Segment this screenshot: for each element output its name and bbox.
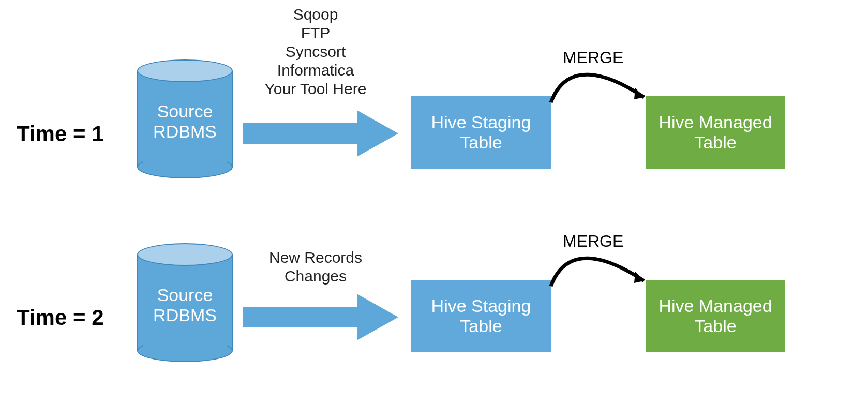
- hive-managed-1-line1: Hive Managed: [659, 112, 772, 132]
- merge-label-2: MERGE: [563, 232, 623, 251]
- tool-list-1-item-1: Sqoop: [243, 5, 388, 24]
- flow-arrow-2: [243, 294, 398, 340]
- hive-managed-table-2: Hive Managed Table: [646, 280, 785, 352]
- hive-staging-2-line1: Hive Staging: [431, 296, 531, 316]
- hive-managed-1-line2: Table: [694, 132, 736, 152]
- svg-marker-0: [243, 110, 398, 157]
- tool-list-1-item-3: Syncsort: [243, 42, 388, 61]
- hive-staging-table-2: Hive Staging Table: [411, 280, 551, 352]
- hive-staging-1-line1: Hive Staging: [431, 112, 531, 132]
- tool-list-1: Sqoop FTP Syncsort Informatica Your Tool…: [243, 5, 388, 98]
- hive-managed-2-line2: Table: [694, 316, 736, 336]
- tool-list-1-item-5: Your Tool Here: [243, 80, 388, 98]
- hive-staging-1-line2: Table: [460, 132, 502, 152]
- hive-staging-2-line2: Table: [460, 316, 502, 336]
- merge-label-1: MERGE: [563, 48, 623, 67]
- tool-list-1-item-4: Informatica: [243, 61, 388, 80]
- flow-arrow-1: [243, 110, 398, 157]
- source-rdbms-cylinder-1: Source RDBMS: [137, 59, 233, 178]
- tool-list-2-item-2: Changes: [243, 267, 388, 286]
- tool-list-1-item-2: FTP: [243, 24, 388, 42]
- diagram-canvas: Time = 1 Source RDBMS Sqoop FTP Syncsort…: [0, 0, 868, 404]
- merge-arrow-2: [543, 250, 662, 302]
- hive-managed-2-line1: Hive Managed: [659, 296, 772, 316]
- time-2-label: Time = 2: [17, 305, 104, 330]
- tool-list-2-item-1: New Records: [243, 248, 388, 267]
- tool-list-2: New Records Changes: [243, 248, 388, 286]
- merge-arrow-1: [543, 66, 662, 118]
- time-1-label: Time = 1: [17, 122, 104, 146]
- hive-staging-table-1: Hive Staging Table: [411, 96, 551, 169]
- svg-marker-2: [243, 294, 398, 340]
- source-rdbms-cylinder-2: Source RDBMS: [137, 243, 233, 362]
- hive-managed-table-1: Hive Managed Table: [646, 96, 785, 169]
